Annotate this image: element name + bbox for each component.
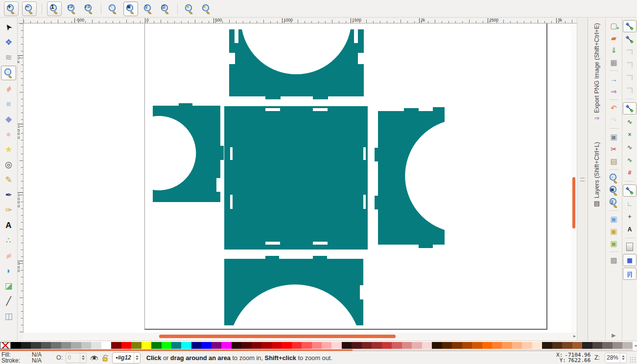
snap-grid-button[interactable]: ▦ (623, 254, 637, 266)
node-editor-tool[interactable]: ❖ (1, 35, 16, 49)
zoom-1-1-button[interactable]: 1 (47, 1, 62, 16)
palette-swatch[interactable] (212, 342, 221, 349)
palette-swatch[interactable] (71, 342, 81, 349)
palette-swatch[interactable] (151, 342, 161, 349)
palette-swatch[interactable] (482, 342, 492, 349)
palette-swatch[interactable] (472, 342, 482, 349)
splitter-grip-icon[interactable] (580, 178, 585, 182)
bezier-pen-tool[interactable]: ✒ (1, 188, 16, 202)
save-document-button[interactable]: ⇓ (608, 45, 620, 56)
palette-swatch[interactable] (552, 342, 562, 349)
zoom-previous-button[interactable]: ◂ (183, 2, 196, 16)
palette-swatch[interactable] (171, 342, 181, 349)
palette-swatch[interactable] (142, 342, 151, 349)
dropper-tool[interactable]: ╱ (1, 294, 16, 308)
zoom-selection-button[interactable]: ▫ (608, 172, 620, 183)
zoom-spinner-arrows[interactable] (620, 353, 626, 363)
zoom-drawing-button[interactable]: ▣ (123, 1, 138, 16)
palette-swatch-none[interactable] (0, 342, 11, 349)
export-button[interactable]: ⇒ (608, 86, 620, 97)
palette-swatch[interactable] (191, 342, 201, 349)
text-tool[interactable]: A (1, 218, 16, 232)
palette-swatch[interactable] (382, 342, 392, 349)
scroll-right-arrow-icon[interactable]: ▸ (573, 333, 576, 339)
snap-rotation-centers-button[interactable]: + (623, 211, 636, 222)
palette-swatch[interactable] (402, 342, 412, 349)
zoom-page-width-button[interactable]: ◫ (159, 2, 172, 16)
copy-button[interactable]: ▣ (608, 131, 620, 142)
palette-scroll-left-icon[interactable]: ◂ (634, 343, 637, 348)
palette-swatch[interactable] (312, 342, 322, 349)
open-document-button[interactable]: ▰ (608, 32, 620, 44)
palette-swatch[interactable] (362, 342, 372, 349)
palette-swatch[interactable] (201, 342, 211, 349)
palette-swatch[interactable] (61, 342, 71, 349)
unlink-clone-button[interactable]: ▣ (608, 238, 620, 249)
palette-swatch[interactable] (622, 342, 632, 349)
palette-swatch[interactable] (582, 342, 592, 349)
tweak-tool[interactable]: ≋ (1, 50, 16, 64)
snap-bbox-centers-button[interactable] (623, 85, 636, 96)
zoom-2-1-button[interactable]: 2:1 (82, 2, 96, 16)
snap-nodes-button[interactable] (623, 102, 637, 114)
snap-path-intersections-button[interactable]: × (623, 129, 636, 140)
snap-line-midpoints-button[interactable]: # (623, 167, 636, 178)
horizontal-scrollbar[interactable]: ▸ (24, 333, 577, 341)
rectangle-tool[interactable]: ■ (1, 97, 16, 111)
window-resize-grip[interactable] (630, 357, 636, 363)
xml-editor-button[interactable]: ▩ (608, 254, 620, 266)
palette-swatch[interactable] (462, 342, 472, 349)
box-bottom-panel[interactable] (224, 256, 363, 325)
dock-splitter[interactable] (577, 18, 588, 341)
snap-text-baselines-button[interactable]: A (623, 224, 636, 235)
gradient-tool[interactable]: ◪ (1, 279, 16, 293)
box-right-panel[interactable] (375, 107, 445, 248)
3d-box-tool[interactable]: ◆ (1, 112, 16, 126)
palette-swatch[interactable] (542, 342, 552, 349)
vertical-scrollbar[interactable] (571, 23, 577, 333)
export-png-dialog-tab[interactable]: Export PNG Image (Shift+Ctrl+E) ⇒ (590, 23, 604, 121)
palette-swatch[interactable] (522, 342, 532, 349)
palette-swatch[interactable] (282, 342, 291, 349)
palette-swatch[interactable] (442, 342, 452, 349)
box-top-panel[interactable] (229, 29, 364, 99)
snap-paths-button[interactable]: ∿ (623, 116, 636, 127)
print-button[interactable]: ▦ (608, 57, 620, 68)
palette-swatch[interactable] (432, 342, 442, 349)
snap-object-centers-button[interactable]: ∟ (623, 198, 636, 209)
cut-button[interactable]: ✂ (608, 143, 620, 155)
box-center-panel[interactable] (224, 106, 368, 250)
palette-swatch[interactable] (121, 342, 131, 349)
zoom-page-button[interactable]: ▯ (608, 197, 620, 208)
palette-swatch[interactable] (241, 342, 251, 349)
undo-button[interactable]: ↶ (608, 102, 620, 114)
palette-swatch[interactable] (162, 342, 171, 349)
layer-selector[interactable]: •#g12 (112, 352, 141, 364)
snap-bbox-edges-button[interactable] (623, 46, 636, 58)
palette-swatch[interactable] (131, 342, 141, 349)
palette-swatch[interactable] (51, 342, 61, 349)
opacity-spinner-arrows[interactable] (80, 353, 86, 363)
horizontal-scrollbar-thumb[interactable] (159, 335, 396, 338)
opacity-spinbox[interactable]: 0 (66, 353, 87, 363)
snap-smooth-nodes-button[interactable]: ∿ (623, 154, 636, 165)
palette-swatch[interactable] (422, 342, 432, 349)
zoom-page-button[interactable]: ▯ (142, 2, 155, 16)
zoom-drawing-button[interactable]: ▣ (608, 184, 620, 196)
horizontal-ruler[interactable]: -5000500100015002k25003k (24, 18, 577, 23)
palette-swatch[interactable] (352, 342, 361, 349)
pencil-tool[interactable]: ✎ (1, 173, 16, 186)
palette-swatch[interactable] (31, 342, 41, 349)
palette-swatch[interactable] (502, 342, 512, 349)
palette-swatch[interactable] (232, 342, 241, 349)
palette-swatch[interactable] (292, 342, 302, 349)
zoom-out-button[interactable]: − (22, 1, 37, 16)
palette-swatch[interactable] (221, 342, 231, 349)
palette-swatch[interactable] (602, 342, 612, 349)
snap-bbox-edge-midpoints-button[interactable] (623, 72, 636, 83)
palette-swatch[interactable] (452, 342, 462, 349)
palette-swatch[interactable] (412, 342, 422, 349)
palette-swatch[interactable] (101, 342, 111, 349)
eraser-tool[interactable]: ▰ (1, 249, 16, 262)
vertical-scrollbar-thumb[interactable] (572, 177, 575, 228)
